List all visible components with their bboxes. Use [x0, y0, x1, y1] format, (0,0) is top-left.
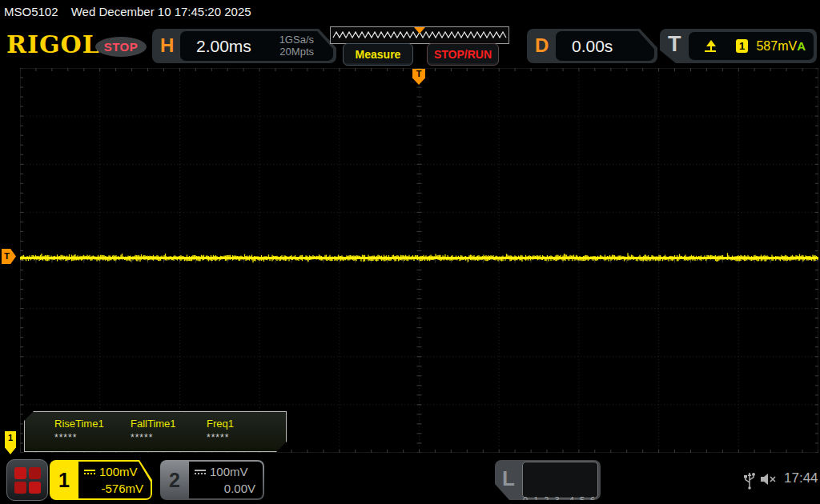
delay-readout: 0.00s	[556, 31, 654, 61]
measurement-item[interactable]: FallTime1 *****	[131, 412, 207, 451]
trigger-level-value: 587mV	[756, 39, 797, 54]
channel1-readout: 100mV -576mV	[78, 462, 151, 498]
waveform-memory-bar	[330, 26, 509, 44]
logic-channel-list: 0 1 2 3 4 5 6 7 8 9 10 11 12 13 14 15	[522, 462, 598, 498]
measurement-value: *****	[207, 432, 283, 443]
delay-label: D	[535, 34, 549, 57]
channel1-offset-marker[interactable]: 1	[5, 431, 16, 454]
waveform-display	[20, 68, 818, 453]
trigger-readout: 1 587mV A	[689, 32, 814, 60]
timebase-value: 2.00ms	[196, 37, 251, 56]
dc-coupling-icon	[84, 470, 95, 474]
memory-depth: 20Mpts	[279, 46, 314, 58]
measurement-item[interactable]: Freq1 *****	[207, 412, 283, 451]
grid-icon	[29, 467, 41, 479]
measurement-label: RiseTime1	[54, 418, 131, 430]
measurement-label: Freq1	[207, 418, 283, 430]
channel1-scale: 100mV	[99, 465, 138, 478]
grid-icon	[29, 482, 41, 494]
horizontal-readout: 2.00ms 1GSa/s 20Mpts	[180, 31, 333, 61]
horizontal-label: H	[160, 34, 174, 57]
measurement-label: FallTime1	[131, 418, 207, 430]
grid-icon	[14, 482, 26, 494]
trigger-level-marker[interactable]: T	[2, 249, 16, 264]
channel1-panel[interactable]: 1 100mV -576mV	[50, 460, 152, 500]
measurement-value: *****	[54, 432, 131, 443]
status-bar: MSO5102 Wed December 10 17:45:20 2025	[0, 0, 820, 24]
quick-menu-button[interactable]	[6, 459, 48, 501]
sample-rate: 1GSa/s	[279, 34, 314, 46]
measure-button[interactable]: Measure	[343, 43, 413, 66]
channel1-number: 1	[50, 460, 78, 500]
trigger-mode: A	[797, 39, 806, 53]
clock: 17:44	[784, 470, 818, 486]
channel2-readout: 100mV 0.00V	[189, 462, 263, 498]
speaker-muted-icon	[759, 471, 778, 487]
memory-trigger-position-icon	[414, 27, 425, 34]
rigol-logo: RIGOL	[6, 30, 100, 58]
measurement-value: *****	[131, 432, 207, 443]
channel2-number: 2	[160, 460, 189, 500]
trigger-label: T	[668, 32, 681, 57]
measurement-item[interactable]: RiseTime1 *****	[54, 412, 131, 451]
delay-panel[interactable]: D 0.00s	[527, 29, 657, 63]
edge-trigger-icon	[703, 39, 718, 54]
model-name: MSO5102	[4, 5, 58, 18]
logic-label: L	[502, 466, 515, 491]
measurement-panel[interactable]: RiseTime1 ***** FallTime1 ***** Freq1 **…	[24, 411, 287, 452]
graticule-area[interactable]	[20, 68, 818, 453]
trigger-panel[interactable]: T 1 587mV A	[660, 29, 817, 63]
channel1-offset: -576mV	[101, 482, 143, 495]
stop-run-button[interactable]: STOP/RUN	[427, 43, 499, 66]
channel2-panel[interactable]: 2 100mV 0.00V	[160, 460, 264, 500]
channel2-scale: 100mV	[210, 465, 248, 478]
datetime: Wed December 10 17:45:20 2025	[71, 5, 251, 18]
logic-row1: 0 1 2 3 4 5 6 7	[523, 495, 597, 504]
dc-coupling-icon	[195, 470, 206, 474]
channel2-offset: 0.00V	[224, 482, 255, 495]
delay-value: 0.00s	[572, 37, 613, 56]
acquisition-info: 1GSa/s 20Mpts	[279, 34, 314, 58]
trigger-source-badge: 1	[736, 39, 749, 53]
horizontal-panel[interactable]: H 2.00ms 1GSa/s 20Mpts	[152, 29, 336, 63]
grid-icon	[14, 467, 26, 479]
logic-channels-panel[interactable]: L 0 1 2 3 4 5 6 7 8 9 10 11 12 13 14 15	[495, 460, 601, 500]
run-state-badge: STOP	[95, 37, 147, 57]
usb-icon	[743, 469, 756, 490]
